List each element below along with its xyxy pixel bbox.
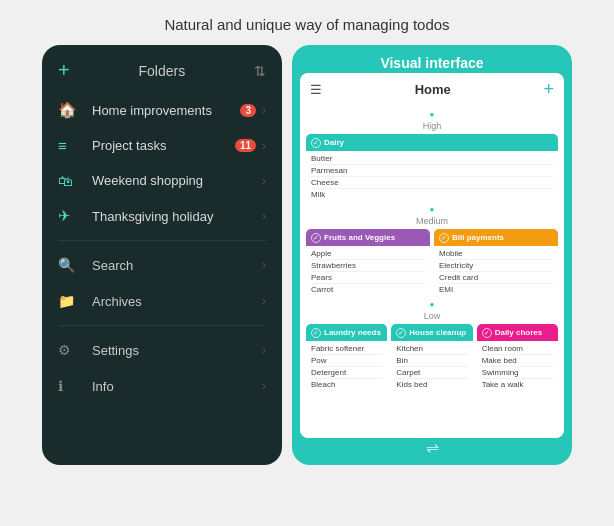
utility-name-search: Search — [92, 258, 262, 273]
high-priority-label: High — [306, 121, 558, 131]
screens-container: + Folders ⇅ 🏠 Home improvements 3 › ≡ Pr… — [0, 45, 614, 465]
filter-icon[interactable]: ⇌ — [292, 438, 572, 465]
list-item: Credit card — [439, 272, 553, 284]
folder-name-weekend: Weekend shopping — [92, 173, 262, 188]
page-indicator — [306, 395, 558, 406]
hamburger-icon[interactable]: ☰ — [310, 82, 322, 97]
folder-name-project: Project tasks — [92, 138, 235, 153]
medium-priority-label: Medium — [306, 216, 558, 226]
daily-items: Clean room Make bed Swimming Take a walk — [477, 341, 558, 393]
visual-interface-label: Visual interface — [292, 45, 572, 73]
folders-label: Folders — [139, 63, 186, 79]
left-header: + Folders ⇅ — [42, 45, 282, 92]
home-title: Home — [415, 82, 451, 97]
chevron-right-icon: › — [262, 174, 266, 188]
add-folder-button[interactable]: + — [58, 59, 70, 82]
low-cards-row: Laundry needs Fabric softener Pow Deterg… — [306, 324, 558, 393]
check-icon — [482, 328, 492, 338]
list-item: Kids bed — [396, 379, 467, 390]
project-icon: ≡ — [58, 137, 80, 154]
settings-icon: ⚙ — [58, 342, 80, 358]
daily-card[interactable]: Daily chores Clean room Make bed Swimmin… — [477, 324, 558, 393]
badge-project: 11 — [235, 139, 256, 152]
chevron-right-icon: › — [262, 294, 266, 308]
divider — [58, 240, 266, 241]
medium-priority-dot: ● — [306, 205, 558, 214]
chevron-right-icon: › — [262, 103, 266, 117]
folder-item-weekend[interactable]: 🛍 Weekend shopping › — [42, 163, 282, 198]
cards-area: ● High Dairy Butter Parmesan Cheese Milk — [300, 106, 564, 438]
utility-item-settings[interactable]: ⚙ Settings › — [42, 332, 282, 368]
search-icon: 🔍 — [58, 257, 80, 273]
list-item: Electricity — [439, 260, 553, 272]
dairy-items: Butter Parmesan Cheese Milk — [306, 151, 558, 203]
add-task-button[interactable]: + — [543, 79, 554, 100]
fruits-title: Fruits and Veggies — [324, 234, 395, 243]
utility-item-archives[interactable]: 📁 Archives › — [42, 283, 282, 319]
house-card[interactable]: House cleanup Kitchen Bin Carpet Kids be… — [391, 324, 472, 393]
bill-title: Bill payments — [452, 234, 504, 243]
chevron-right-icon: › — [262, 258, 266, 272]
list-item: EMI — [439, 284, 553, 295]
list-item: Carrot — [311, 284, 425, 295]
utility-item-search[interactable]: 🔍 Search › — [42, 247, 282, 283]
list-item: Strawberries — [311, 260, 425, 272]
info-icon: ℹ — [58, 378, 80, 394]
page-dot — [422, 395, 427, 400]
check-icon — [396, 328, 406, 338]
laundry-card[interactable]: Laundry needs Fabric softener Pow Deterg… — [306, 324, 387, 393]
list-item: Pears — [311, 272, 425, 284]
house-items: Kitchen Bin Carpet Kids bed — [391, 341, 472, 393]
page-dot-active — [430, 395, 435, 400]
list-item: Detergent — [311, 367, 382, 379]
list-item: Parmesan — [311, 165, 553, 177]
dairy-title: Dairy — [324, 139, 344, 148]
list-item: Pow — [311, 355, 382, 367]
list-item: Mobile — [439, 248, 553, 260]
utility-item-info[interactable]: ℹ Info › — [42, 368, 282, 404]
fruits-items: Apple Strawberries Pears Carrot — [306, 246, 430, 298]
dairy-card[interactable]: Dairy Butter Parmesan Cheese Milk — [306, 134, 558, 203]
list-item: Take a walk — [482, 379, 553, 390]
phone-right: Visual interface ☰ Home + ● High Dairy B… — [292, 45, 572, 465]
low-priority-dot: ● — [306, 300, 558, 309]
list-item: Butter — [311, 153, 553, 165]
sort-icon[interactable]: ⇅ — [254, 63, 266, 79]
medium-cards-row: Fruits and Veggies Apple Strawberries Pe… — [306, 229, 558, 298]
daily-title: Daily chores — [495, 329, 543, 338]
folder-item-holiday[interactable]: ✈ Thanksgiving holiday › — [42, 198, 282, 234]
folder-item-home[interactable]: 🏠 Home improvements 3 › — [42, 92, 282, 128]
list-item: Make bed — [482, 355, 553, 367]
fruits-card[interactable]: Fruits and Veggies Apple Strawberries Pe… — [306, 229, 430, 298]
chevron-right-icon: › — [262, 139, 266, 153]
list-item: Fabric softener — [311, 343, 382, 355]
utility-name-settings: Settings — [92, 343, 262, 358]
phone-left: + Folders ⇅ 🏠 Home improvements 3 › ≡ Pr… — [42, 45, 282, 465]
list-item: Carpet — [396, 367, 467, 379]
bill-items: Mobile Electricity Credit card EMI — [434, 246, 558, 298]
check-icon — [311, 138, 321, 148]
list-item: Bleach — [311, 379, 382, 390]
folder-item-project[interactable]: ≡ Project tasks 11 › — [42, 128, 282, 163]
low-priority-label: Low — [306, 311, 558, 321]
list-item: Apple — [311, 248, 425, 260]
page-dot — [438, 395, 443, 400]
high-cards-row: Dairy Butter Parmesan Cheese Milk — [306, 134, 558, 203]
shopping-icon: 🛍 — [58, 172, 80, 189]
list-item: Swimming — [482, 367, 553, 379]
utility-name-archives: Archives — [92, 294, 262, 309]
list-item: Kitchen — [396, 343, 467, 355]
home-icon: 🏠 — [58, 101, 80, 119]
list-item: Bin — [396, 355, 467, 367]
check-icon — [311, 233, 321, 243]
laundry-title: Laundry needs — [324, 329, 381, 338]
divider2 — [58, 325, 266, 326]
folder-name-home: Home improvements — [92, 103, 240, 118]
check-icon — [311, 328, 321, 338]
high-priority-dot: ● — [306, 110, 558, 119]
check-icon — [439, 233, 449, 243]
bill-card[interactable]: Bill payments Mobile Electricity Credit … — [434, 229, 558, 298]
plane-icon: ✈ — [58, 207, 80, 225]
badge-home: 3 — [240, 104, 256, 117]
chevron-right-icon: › — [262, 343, 266, 357]
